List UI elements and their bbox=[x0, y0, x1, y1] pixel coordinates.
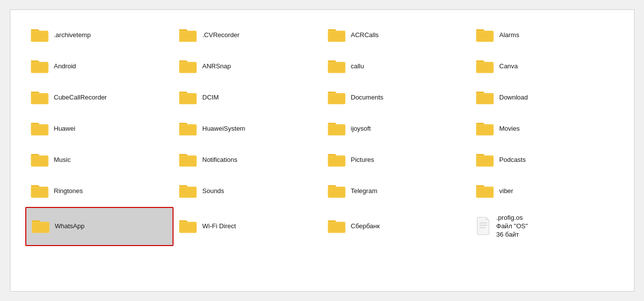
folder-icon bbox=[178, 151, 197, 169]
item-label: Wi-Fi Direct bbox=[202, 222, 236, 231]
folder-icon bbox=[30, 58, 49, 75]
item-callu[interactable]: callu bbox=[322, 51, 471, 82]
item-label: Android bbox=[54, 62, 76, 71]
folder-icon bbox=[327, 151, 346, 169]
folder-icon bbox=[178, 183, 197, 200]
item-label: WhatsApp bbox=[55, 222, 85, 231]
file-explorer: .archivetemp .CVRecorder ACRCalls Alarms… bbox=[10, 9, 635, 292]
folder-icon bbox=[475, 89, 494, 106]
folder-icon bbox=[178, 89, 197, 106]
file-icon bbox=[475, 216, 491, 237]
item-label: .CVRecorder bbox=[202, 31, 239, 40]
item-download[interactable]: Download bbox=[470, 82, 619, 113]
item-label: ijoysoft bbox=[351, 125, 371, 133]
folder-icon bbox=[327, 120, 346, 138]
item-label: Music bbox=[54, 156, 71, 164]
item-label: Notifications bbox=[202, 156, 237, 164]
item-viber[interactable]: viber bbox=[470, 176, 619, 207]
folder-icon bbox=[30, 151, 49, 169]
folder-icon bbox=[30, 120, 49, 138]
item-ringtones[interactable]: Ringtones bbox=[25, 176, 174, 207]
item-sounds[interactable]: Sounds bbox=[174, 176, 322, 207]
item-label: HuaweiSystem bbox=[202, 125, 245, 133]
folder-icon bbox=[327, 218, 346, 235]
folder-icon bbox=[475, 183, 494, 200]
item-label: Canva bbox=[499, 62, 518, 71]
item-sberbank[interactable]: Сбербанк bbox=[322, 207, 471, 246]
folder-icon bbox=[178, 58, 197, 75]
item-dcim[interactable]: DCIM bbox=[174, 82, 322, 113]
item-label: Documents bbox=[351, 94, 384, 102]
folder-icon bbox=[475, 58, 494, 75]
folder-icon bbox=[31, 218, 50, 235]
item-telegram[interactable]: Telegram bbox=[322, 176, 471, 207]
item-anrsnap[interactable]: ANRSnap bbox=[174, 51, 322, 82]
item-profigos[interactable]: .profig.os Файл "OS" 36 байт bbox=[470, 207, 619, 246]
folder-icon bbox=[178, 27, 197, 44]
folder-icon bbox=[327, 27, 346, 44]
item-movies[interactable]: Movies bbox=[470, 113, 619, 145]
item-cubecallrecorder[interactable]: CubeCallRecorder bbox=[25, 82, 174, 113]
item-label: ACRCalls bbox=[351, 31, 379, 40]
item-label: Pictures bbox=[351, 156, 374, 164]
folder-icon bbox=[178, 218, 197, 235]
item-label: ANRSnap bbox=[202, 62, 231, 71]
item-label: .archivetemp bbox=[54, 31, 91, 40]
folder-icon bbox=[475, 120, 494, 138]
item-label: Sounds bbox=[202, 187, 224, 196]
item-label: Podcasts bbox=[499, 156, 526, 164]
item-label: .profig.os Файл "OS" 36 байт bbox=[496, 214, 528, 239]
folder-icon bbox=[327, 183, 346, 200]
item-canva[interactable]: Canva bbox=[470, 51, 619, 82]
folder-icon bbox=[475, 27, 494, 44]
item-label: callu bbox=[351, 62, 364, 71]
item-archivetemp[interactable]: .archivetemp bbox=[25, 20, 174, 51]
folder-icon bbox=[30, 89, 49, 106]
item-label: Alarms bbox=[499, 31, 519, 40]
item-label: Download bbox=[499, 94, 528, 102]
item-huaweisystem[interactable]: HuaweiSystem bbox=[174, 113, 322, 145]
item-label: Telegram bbox=[351, 187, 377, 196]
item-notifications[interactable]: Notifications bbox=[174, 145, 322, 176]
item-android[interactable]: Android bbox=[25, 51, 174, 82]
item-label: Movies bbox=[499, 125, 520, 133]
item-acrcalls[interactable]: ACRCalls bbox=[322, 20, 471, 51]
item-label: Сбербанк bbox=[351, 222, 380, 231]
item-cvrecorder[interactable]: .CVRecorder bbox=[174, 20, 322, 51]
item-ijoysoft[interactable]: ijoysoft bbox=[322, 113, 471, 145]
file-grid: .archivetemp .CVRecorder ACRCalls Alarms… bbox=[25, 20, 619, 246]
item-podcasts[interactable]: Podcasts bbox=[470, 145, 619, 176]
item-label: Ringtones bbox=[54, 187, 83, 196]
item-label: CubeCallRecorder bbox=[54, 94, 107, 102]
folder-icon bbox=[30, 27, 49, 44]
item-alarms[interactable]: Alarms bbox=[470, 20, 619, 51]
item-documents[interactable]: Documents bbox=[322, 82, 471, 113]
folder-icon bbox=[30, 183, 49, 200]
item-whatsapp[interactable]: WhatsApp bbox=[25, 207, 174, 246]
item-label: DCIM bbox=[202, 94, 219, 102]
folder-icon bbox=[327, 58, 346, 75]
folder-icon bbox=[475, 151, 494, 169]
item-label: Huawei bbox=[54, 125, 75, 133]
item-pictures[interactable]: Pictures bbox=[322, 145, 471, 176]
item-label: viber bbox=[499, 187, 513, 196]
item-huawei[interactable]: Huawei bbox=[25, 113, 174, 145]
item-wifidirect[interactable]: Wi-Fi Direct bbox=[174, 207, 322, 246]
item-music[interactable]: Music bbox=[25, 145, 174, 176]
folder-icon bbox=[327, 89, 346, 106]
folder-icon bbox=[178, 120, 197, 138]
